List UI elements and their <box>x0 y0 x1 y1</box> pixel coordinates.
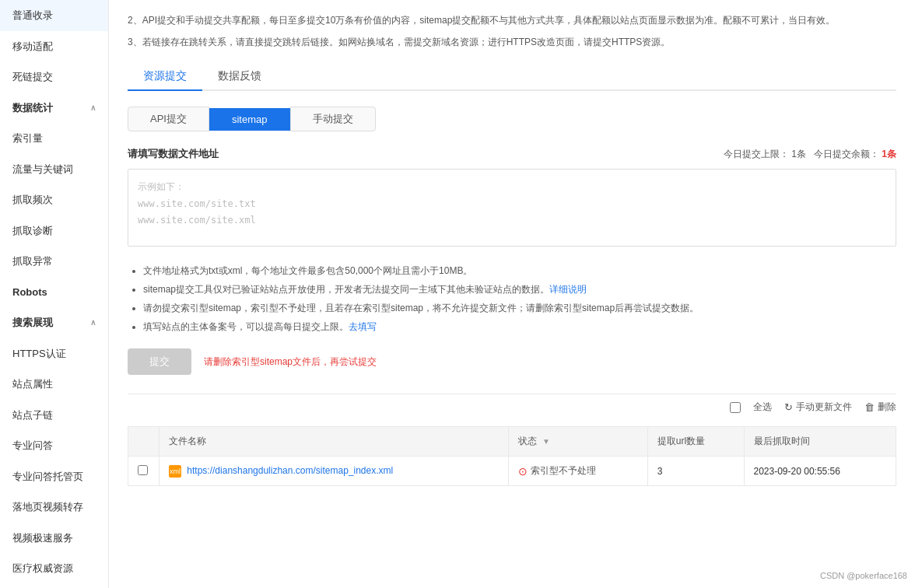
fill-link[interactable]: 去填写 <box>349 321 377 332</box>
sidebar-item-putong-shouci[interactable]: 普通收录 <box>0 0 108 31</box>
submit-warning: 请删除索引型sitemap文件后，再尝试提交 <box>204 355 377 369</box>
delete-button[interactable]: 🗑 删除 <box>864 401 896 414</box>
submit-area: 提交 请删除索引型sitemap文件后，再尝试提交 <box>128 348 896 375</box>
sidebar-item-suo-yin-liang[interactable]: 索引量 <box>0 123 108 154</box>
sidebar-item-zhu-qu-pinCi[interactable]: 抓取频次 <box>0 184 108 215</box>
row-status-cell: ⊙ 索引型不予处理 <box>508 457 647 486</box>
tab-shu-ju-fan-kui[interactable]: 数据反馈 <box>202 63 277 89</box>
sidebar-item-zhan-dian-zi-lian[interactable]: 站点子链 <box>0 400 108 431</box>
sidebar-item-si-lian-tijiao[interactable]: 死链提交 <box>0 61 108 93</box>
sidebar-item-zhuan-ye-wen-da[interactable]: 专业问答 <box>0 430 108 461</box>
quota-remain-label: 今日提交余额： <box>814 149 879 159</box>
col-checkbox <box>128 427 160 457</box>
note-3: 3、若链接存在跳转关系，请直接提交跳转后链接。如网站换域名，需提交新域名资源；进… <box>128 34 896 51</box>
sidebar-item-yidong-shiPei[interactable]: 移动适配 <box>0 31 108 62</box>
quota-limit-value: 1条 <box>791 149 806 159</box>
sidebar-item-shuju-tongji[interactable]: 数据统计 ∧ <box>0 93 108 124</box>
notes-section: 2、API提交和手动提交共享配额，每日至多提交10万条有价值的内容，sitema… <box>128 12 896 51</box>
sitemap-url-input[interactable]: 示例如下： www.site.com/site.txt www.site.com… <box>128 169 896 247</box>
quota-info: 今日提交上限： 1条 今日提交余额： 1条 <box>724 148 896 161</box>
sub-tab-shou-dong-ti-jiao[interactable]: 手动提交 <box>290 107 376 131</box>
table-toolbar: 全选 ↻ 手动更新文件 🗑 删除 <box>128 394 896 420</box>
bullet-1: 文件地址格式为txt或xml，每个地址文件最多包含50,000个网址且需小于10… <box>143 261 896 280</box>
form-header: 请填写数据文件地址 今日提交上限： 1条 今日提交余额： 1条 <box>128 147 896 161</box>
bullet-2: sitemap提交工具仅对已验证站站点开放使用，开发者无法提交同一主域下其他未验… <box>143 280 896 299</box>
sidebar-item-zhu-qu-yi-chang[interactable]: 抓取异常 <box>0 246 108 277</box>
sidebar-item-https-ren-zheng[interactable]: HTTPS认证 <box>0 338 108 369</box>
bullet-3: 请勿提交索引型sitemap，索引型不予处理，且若存在索引型sitemap，将不… <box>143 299 896 317</box>
sidebar-item-video-ji-su[interactable]: 视频极速服务 <box>0 523 108 554</box>
sidebar: 普通收录 移动适配 死链提交 数据统计 ∧ 索引量 流量与关键词 抓取频次 抓取… <box>0 0 109 588</box>
sidebar-item-zhu-qu-zhenDuan[interactable]: 抓取诊断 <box>0 215 108 247</box>
quota-limit-label: 今日提交上限： <box>724 149 789 159</box>
file-icon: xml <box>169 465 181 478</box>
detail-link[interactable]: 详细说明 <box>549 284 587 295</box>
sub-tab-sitemap[interactable]: sitemap <box>209 108 290 131</box>
sidebar-item-liu-liang-key[interactable]: 流量与关键词 <box>0 154 108 185</box>
submit-button[interactable]: 提交 <box>128 348 191 375</box>
bullet-notes: 文件地址格式为txt或xml，每个地址文件最多包含50,000个网址且需小于10… <box>128 261 896 336</box>
col-filename: 文件名称 <box>160 427 509 457</box>
update-file-button[interactable]: ↻ 手动更新文件 <box>784 401 852 414</box>
trash-icon: 🗑 <box>864 401 875 413</box>
main-tab-bar: 资源提交 数据反馈 <box>128 63 896 91</box>
sub-tab-bar: API提交 sitemap 手动提交 <box>128 107 896 131</box>
row-filename-cell: xml https://dianshangdulizhan.com/sitema… <box>160 457 509 486</box>
sidebar-item-robots[interactable]: Robots <box>0 277 108 308</box>
watermark: CSDN @pokerface168 <box>820 571 907 580</box>
sidebar-item-yi-liao-quan-wei[interactable]: 医疗权威资源 <box>0 553 108 584</box>
main-content: 2、API提交和手动提交共享配额，每日至多提交10万条有价值的内容，sitema… <box>109 0 915 588</box>
refresh-icon: ↻ <box>784 401 793 413</box>
sidebar-item-zhan-dian-shu-xing[interactable]: 站点属性 <box>0 369 108 400</box>
tab-zi-yuan-ti-jiao[interactable]: 资源提交 <box>128 63 202 91</box>
row-checkbox[interactable] <box>138 465 148 475</box>
status-error-icon: ⊙ <box>518 465 528 478</box>
row-checkbox-cell <box>128 457 160 486</box>
status-text: 索引型不予处理 <box>531 464 596 478</box>
sub-tab-api-ti-jiao[interactable]: API提交 <box>128 107 209 131</box>
table-row: xml https://dianshangdulizhan.com/sitema… <box>128 457 896 486</box>
data-table: 文件名称 状态 ▼ 提取url数量 最后抓取时间 <box>128 426 896 486</box>
select-all-checkbox[interactable] <box>730 402 741 413</box>
chevron-down-icon: ∧ <box>90 102 96 114</box>
col-url-count: 提取url数量 <box>647 427 744 457</box>
row-url-count-cell: 3 <box>647 457 744 486</box>
sidebar-item-sou-suo-zhan-xian[interactable]: 搜索展现 ∧ <box>0 307 108 338</box>
sidebar-item-luo-di-ye-video[interactable]: 落地页视频转存 <box>0 492 108 523</box>
select-all-label[interactable]: 全选 <box>753 401 772 414</box>
note-2: 2、API提交和手动提交共享配额，每日至多提交10万条有价值的内容，sitema… <box>128 12 896 30</box>
quota-remain-value: 1条 <box>882 149 896 159</box>
col-last-fetch: 最后抓取时间 <box>744 427 896 457</box>
row-last-fetch-cell: 2023-09-20 00:55:56 <box>744 457 896 486</box>
form-label: 请填写数据文件地址 <box>128 147 219 161</box>
sort-icon[interactable]: ▼ <box>542 437 550 446</box>
file-link[interactable]: https://dianshangdulizhan.com/sitemap_in… <box>187 465 393 476</box>
sidebar-item-zhuan-ye-wen-da-tuo-guan[interactable]: 专业问答托管页 <box>0 461 108 492</box>
col-status: 状态 ▼ <box>508 427 647 457</box>
bullet-4: 填写站点的主体备案号，可以提高每日提交上限。去填写 <box>143 317 896 336</box>
chevron-up-icon: ∧ <box>90 317 96 328</box>
